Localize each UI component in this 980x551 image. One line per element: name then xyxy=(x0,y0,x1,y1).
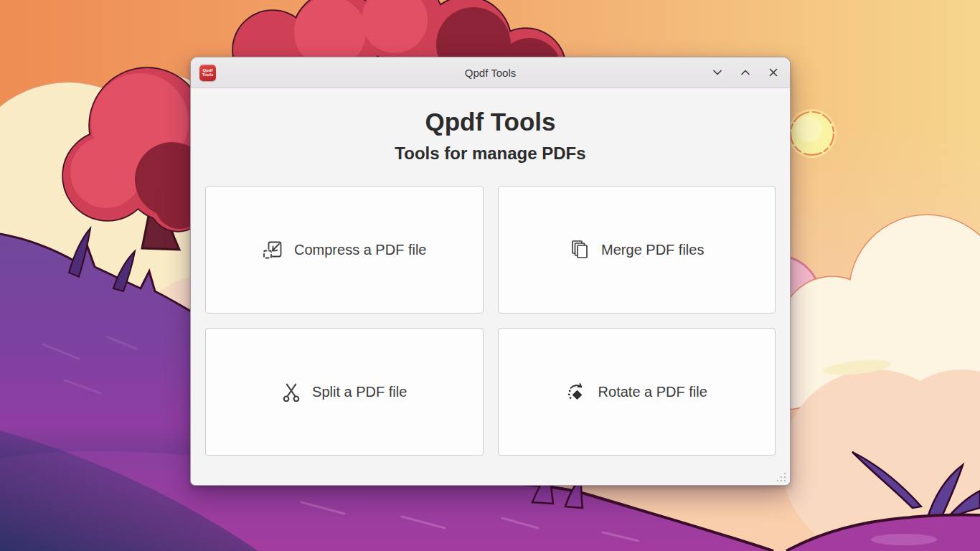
titlebar[interactable]: Qpdf Tools Qpdf Tools xyxy=(191,57,790,88)
button-label: Compress a PDF file xyxy=(294,242,427,258)
page-subtitle: Tools for manage PDFs xyxy=(205,143,776,164)
window-content: Qpdf Tools Tools for manage PDFs Compres… xyxy=(191,107,790,456)
rotate-pdf-button[interactable]: Rotate a PDF file xyxy=(498,328,776,456)
scissors-icon xyxy=(281,382,301,402)
button-label: Merge PDF files xyxy=(601,242,704,258)
resize-grip[interactable] xyxy=(776,472,786,482)
close-button[interactable] xyxy=(767,66,780,79)
window-controls xyxy=(711,57,780,88)
chevron-up-icon xyxy=(740,67,751,78)
chevron-down-icon xyxy=(712,67,723,78)
merge-pages-icon xyxy=(569,239,590,260)
close-icon xyxy=(768,67,779,78)
button-label: Rotate a PDF file xyxy=(598,384,707,400)
maximize-button[interactable] xyxy=(739,66,752,79)
app-icon: Qpdf Tools xyxy=(199,65,216,81)
actions-grid: Compress a PDF file Merge PDF files xyxy=(205,186,776,456)
app-icon-text-line2: Tools xyxy=(202,72,214,77)
merge-pdf-button[interactable]: Merge PDF files xyxy=(498,186,776,314)
rotate-icon xyxy=(566,381,588,402)
minimize-button[interactable] xyxy=(711,66,724,79)
page-title: Qpdf Tools xyxy=(205,107,776,137)
button-label: Split a PDF file xyxy=(312,384,407,400)
sun xyxy=(788,109,837,158)
compress-pdf-button[interactable]: Compress a PDF file xyxy=(205,186,484,314)
qpdf-tools-window: Qpdf Tools Qpdf Tools Qpdf Tools xyxy=(190,57,791,486)
window-title: Qpdf Tools xyxy=(191,67,790,79)
compress-icon xyxy=(262,239,283,260)
split-pdf-button[interactable]: Split a PDF file xyxy=(205,328,484,456)
